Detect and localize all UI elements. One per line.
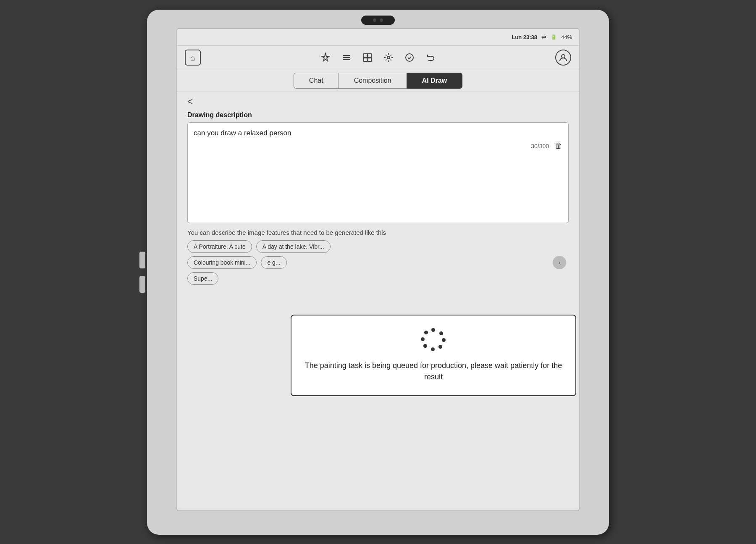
profile-button[interactable] (555, 50, 571, 66)
chips-row-1: A Portraiture. A cute A day at the lake.… (187, 240, 569, 253)
volume-up-button[interactable] (139, 252, 145, 268)
filter-icon[interactable] (319, 51, 332, 64)
svg-rect-5 (364, 58, 367, 61)
side-buttons (139, 252, 145, 293)
tab-composition[interactable]: Composition (339, 73, 407, 89)
screen: Lun 23:38 ⇌ 🔋 44% ⌂ (176, 28, 580, 511)
home-button[interactable]: ⌂ (185, 50, 201, 66)
svg-point-9 (562, 55, 565, 58)
wifi-icon: ⇌ (541, 34, 546, 40)
settings-icon[interactable] (382, 51, 395, 64)
chips-row-3: Supe... (187, 272, 569, 285)
chip-lake[interactable]: A day at the lake. Vibr... (256, 240, 331, 253)
chip-colouring[interactable]: Colouring book mini... (187, 256, 257, 269)
spinner-dot-2 (439, 331, 443, 335)
textarea-value: can you draw a relaxed person (194, 128, 562, 139)
toolbar-center-icons (319, 51, 437, 64)
camera-dot-left (373, 18, 376, 22)
drawing-description-label: Drawing description (187, 111, 569, 119)
textarea-footer: 30/300 🗑 (194, 142, 562, 150)
volume-down-button[interactable] (139, 276, 145, 293)
toolbar: ⌂ (177, 46, 579, 70)
device-frame: Lun 23:38 ⇌ 🔋 44% ⌂ (147, 10, 609, 535)
tab-ai-draw[interactable]: AI Draw (407, 73, 463, 89)
grid-icon[interactable] (361, 51, 374, 64)
svg-point-7 (387, 56, 390, 59)
spinner-dot-5 (431, 347, 435, 351)
spinner-dot-3 (442, 338, 446, 342)
description-textarea[interactable]: can you draw a relaxed person 30/300 🗑 (187, 122, 569, 223)
loading-message: The painting task is being queued for pr… (304, 360, 563, 383)
spinner (421, 327, 446, 352)
tabs-row: Chat Composition AI Draw (177, 70, 579, 92)
clear-button[interactable]: 🗑 (555, 142, 562, 150)
check-icon[interactable] (403, 51, 416, 64)
battery-percent: 44% (561, 34, 572, 40)
chip-portraiture[interactable]: A Portraiture. A cute (187, 240, 252, 253)
chips-row-2: Colouring book mini... e g... › (187, 256, 569, 269)
spinner-dot-4 (438, 345, 442, 349)
chip-eg[interactable]: e g... (261, 256, 286, 269)
loading-overlay: The painting task is being queued for pr… (291, 315, 576, 396)
spinner-dot-8 (424, 331, 428, 334)
content-area: < Drawing description can you draw a rel… (177, 92, 579, 295)
spinner-dot-7 (421, 337, 425, 341)
camera-bar (361, 16, 395, 25)
svg-rect-4 (368, 54, 371, 57)
scroll-indicator[interactable]: › (553, 256, 566, 269)
toolbar-left-icons: ⌂ (185, 50, 201, 66)
spinner-dot-6 (423, 344, 427, 348)
hint-text: You can describe the image features that… (187, 229, 569, 236)
spinner-dot-1 (431, 328, 435, 332)
battery-icon: 🔋 (551, 34, 557, 40)
svg-rect-6 (368, 58, 371, 61)
undo-icon[interactable] (424, 51, 437, 64)
camera-dot-right (380, 18, 383, 22)
tab-chat[interactable]: Chat (294, 73, 339, 89)
back-button[interactable]: < (187, 96, 193, 107)
svg-point-8 (406, 54, 413, 61)
status-bar: Lun 23:38 ⇌ 🔋 44% (177, 29, 579, 46)
svg-rect-3 (364, 54, 367, 57)
char-count: 30/300 (531, 143, 549, 150)
menu-icon[interactable] (340, 51, 353, 64)
toolbar-right-icons (555, 50, 571, 66)
chip-super[interactable]: Supe... (187, 272, 218, 285)
status-time: Lun 23:38 (512, 34, 537, 40)
